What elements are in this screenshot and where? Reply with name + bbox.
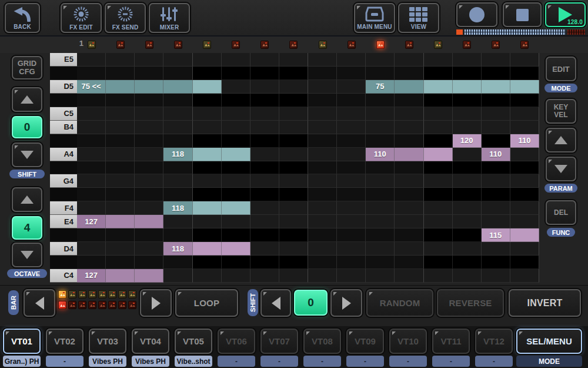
grid-cell[interactable] <box>482 174 510 188</box>
grid-cell[interactable] <box>279 67 308 80</box>
grid-cell[interactable] <box>510 161 539 175</box>
note-cell[interactable] <box>424 148 453 161</box>
note-cell[interactable]: 120 <box>453 134 482 148</box>
key-vel-button[interactable]: KEY VEL <box>546 99 576 124</box>
grid-cell[interactable] <box>337 67 366 80</box>
grid-cell[interactable] <box>308 148 337 161</box>
pattern-bar-icon[interactable] <box>58 290 66 299</box>
key-label[interactable] <box>50 228 77 242</box>
grid-cell[interactable] <box>106 242 135 256</box>
pattern-bar-icon[interactable] <box>118 301 126 309</box>
grid-cell[interactable] <box>510 201 539 215</box>
grid-cell[interactable] <box>395 121 423 134</box>
grid-cell[interactable] <box>193 174 222 188</box>
grid-cell[interactable] <box>453 188 482 201</box>
grid-cell[interactable] <box>308 161 337 175</box>
grid-cell[interactable] <box>424 242 453 256</box>
key-label[interactable]: G4 <box>50 174 77 188</box>
grid-cell[interactable] <box>308 215 337 228</box>
note-cell[interactable]: 75 << <box>77 80 106 94</box>
note-cell[interactable] <box>193 148 222 161</box>
record-button[interactable] <box>456 2 497 27</box>
grid-cell[interactable] <box>424 134 453 148</box>
track-tab-VT09[interactable]: VT09 <box>346 329 384 354</box>
octave-up-button[interactable] <box>12 187 42 212</box>
key-label[interactable]: C5 <box>50 107 77 121</box>
grid-cell[interactable] <box>424 188 453 201</box>
grid-cell[interactable] <box>135 148 163 161</box>
pattern-bar-icon[interactable] <box>78 290 86 299</box>
grid-cell[interactable] <box>366 228 395 242</box>
param-down-button[interactable] <box>546 157 576 181</box>
grid-cell[interactable] <box>77 161 106 175</box>
grid-cell[interactable] <box>250 148 279 161</box>
grid-cell[interactable] <box>193 67 222 80</box>
grid-cell[interactable] <box>163 53 192 67</box>
sample-step-icon[interactable] <box>376 41 385 49</box>
grid-cell[interactable] <box>453 269 482 283</box>
grid-cell[interactable] <box>279 134 308 148</box>
grid-cell[interactable] <box>135 242 163 256</box>
grid-cell[interactable] <box>279 188 308 201</box>
grid-cell[interactable] <box>250 107 279 121</box>
grid-cell[interactable] <box>135 256 163 269</box>
sample-step-icon[interactable] <box>203 41 211 49</box>
note-cell[interactable] <box>135 80 163 94</box>
grid-cell[interactable] <box>482 215 510 228</box>
key-label[interactable]: B4 <box>50 121 77 134</box>
key-label[interactable] <box>50 256 77 269</box>
grid-cell[interactable] <box>366 67 395 80</box>
grid-cell[interactable] <box>482 134 510 148</box>
note-cell[interactable]: 127 <box>77 269 106 283</box>
grid-cell[interactable] <box>163 161 192 175</box>
pattern-bar-icon[interactable] <box>78 301 86 309</box>
grid-cell[interactable] <box>279 215 308 228</box>
grid-cell[interactable] <box>279 161 308 175</box>
grid-cell[interactable] <box>193 269 222 283</box>
grid-cell[interactable] <box>193 94 222 107</box>
grid-cell[interactable] <box>308 94 337 107</box>
note-cell[interactable]: 115 <box>482 228 510 242</box>
sample-step-icon[interactable] <box>145 41 153 49</box>
grid-cell[interactable] <box>395 53 423 67</box>
grid-cell[interactable] <box>482 201 510 215</box>
grid-cell[interactable] <box>337 134 366 148</box>
note-cell[interactable] <box>193 80 222 94</box>
grid-cell[interactable] <box>366 107 395 121</box>
pattern-bar-icon[interactable] <box>108 290 116 299</box>
grid-cell[interactable] <box>106 53 135 67</box>
key-label[interactable] <box>50 188 77 201</box>
grid-cell[interactable] <box>453 94 482 107</box>
grid-cell[interactable] <box>482 94 510 107</box>
grid-cell[interactable] <box>337 228 366 242</box>
grid-cell[interactable] <box>453 121 482 134</box>
key-label[interactable]: E4 <box>50 215 77 228</box>
grid-cell[interactable] <box>135 134 163 148</box>
note-cell[interactable] <box>163 80 192 94</box>
grid-cell[interactable] <box>279 107 308 121</box>
grid-cell[interactable] <box>395 201 423 215</box>
grid-cell[interactable] <box>337 242 366 256</box>
grid-cell[interactable] <box>453 242 482 256</box>
note-cell[interactable] <box>395 148 423 161</box>
grid-cell[interactable] <box>482 161 510 175</box>
grid-cell[interactable] <box>510 188 539 201</box>
grid-cell[interactable] <box>222 121 250 134</box>
grid-cell[interactable] <box>337 121 366 134</box>
pattern-bar-icon[interactable] <box>98 301 106 309</box>
track-tab-VT11[interactable]: VT11 <box>432 329 470 354</box>
key-label[interactable] <box>50 134 77 148</box>
grid-cell[interactable] <box>135 53 163 67</box>
grid-cell[interactable] <box>510 107 539 121</box>
grid-cell[interactable] <box>77 53 106 67</box>
grid-cell[interactable] <box>106 161 135 175</box>
note-cell[interactable]: 110 <box>510 134 539 148</box>
grid-cell[interactable] <box>366 94 395 107</box>
grid-cell[interactable] <box>163 67 192 80</box>
sample-step-icon[interactable] <box>289 41 298 49</box>
grid-cell[interactable] <box>250 67 279 80</box>
note-cell[interactable] <box>135 269 163 283</box>
note-cell[interactable] <box>510 228 539 242</box>
grid-cell[interactable] <box>163 107 192 121</box>
grid-cell[interactable] <box>395 228 423 242</box>
